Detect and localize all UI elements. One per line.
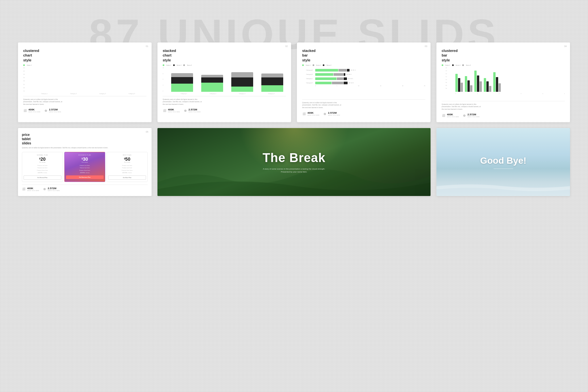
slide-4-number: 04 <box>564 45 567 47</box>
best-plan-button[interactable]: Get Best Plan <box>108 175 146 180</box>
stat-value-2: 2.572M <box>49 108 61 111</box>
business-plan-label: BUSINESS PLAN <box>66 154 104 156</box>
business-plan-button[interactable]: Get Business Plan <box>66 175 104 179</box>
stat-item-2: ◎ 2.572M WRITE TITLE HERE <box>44 108 61 113</box>
normal-plan-label: NORMAL PLAN <box>24 154 61 156</box>
slide-1-number: 01 <box>146 45 148 47</box>
stat-icon-1: ⬜ <box>23 108 27 112</box>
slide-2-chart: 10 8 6 4 2 <box>163 67 286 93</box>
slide-4-desc: Quisentry sem et nullam dui ligula laore… <box>442 103 481 111</box>
break-slide-title: The Break <box>263 151 326 165</box>
best-plan-amount: $50 <box>108 157 146 161</box>
slide-2-cat-labels: Category 1Category 2Category 3Category 4 <box>163 93 286 94</box>
slide-6-break: The Break A story of some scenes in this… <box>157 128 431 196</box>
slide-7-goodbye: Good Bye! <box>436 128 570 196</box>
slide-1-cat-labels: Category 1Category 2Category 3Category 4 <box>23 93 146 94</box>
slide-3-number: 03 <box>425 45 427 47</box>
normal-plan-features: Feature one hereFeature two hereFeature … <box>24 164 61 174</box>
stat-label-1: WRITE TITLE HERE <box>28 111 41 113</box>
business-plan-features: Feature one hereFeature two hereFeature … <box>66 164 104 174</box>
slide-3-chart: Category A 4.2 2.1 1 Category B <box>302 67 425 97</box>
best-plan-features: Feature one hereFeature two hereFeature … <box>108 164 146 174</box>
slide-4-stats: ⬜ 400K WRITE TITLE HERE ◎ 2.572M WRITE T… <box>442 113 565 118</box>
slide-3-stats: ⬜ 400K WRITE TITLE HERE ◎ 2.572M WRITE T… <box>302 111 425 116</box>
price-cards-container: NORMAL PLAN $20 Per month Feature one he… <box>22 152 148 182</box>
price-card-normal: NORMAL PLAN $20 Per month Feature one he… <box>22 152 63 182</box>
slide-3-title: stackedbarstyle <box>302 48 425 62</box>
slide-4-legend: Series 1 Series 2 Series 3 <box>442 64 565 66</box>
normal-plan-amount: $20 <box>24 157 61 161</box>
slide-5-title: pricetabletslides <box>22 133 148 145</box>
goodbye-content: Good Bye! <box>480 155 527 169</box>
slide-1-stats: ⬜ 400K WRITE TITLE HERE ◎ 2.572M WRITE T… <box>23 108 146 113</box>
slide-4-clustered-bar: 04 clusteredbarstyle Series 1 Series 2 S… <box>436 42 570 122</box>
stat-value-1: 400K <box>28 108 41 111</box>
best-plan-label: BEST PLAN <box>108 154 146 156</box>
slide-2-number: 02 <box>285 45 288 47</box>
legend-dot-series2 <box>23 64 25 66</box>
price-card-business: BUSINESS PLAN $30 Per month Feature one … <box>64 152 106 182</box>
stat-icon-2: ◎ <box>44 108 48 112</box>
slide-1-legend: Series 2 <box>23 64 146 66</box>
slide-4-chart: 1.8 1.6 1.4 1.2 1.0 0.8 0.6 0.4 <box>442 67 565 98</box>
slide-2-stacked-chart: 02 stackedchartstyle Series 1 Series 2 S… <box>157 42 291 122</box>
break-slide-subtitle: A story of some scenes in this presentat… <box>261 168 327 173</box>
price-card-best: BEST PLAN $50 Per month Feature one here… <box>106 152 148 182</box>
goodbye-wave-svg <box>436 176 570 196</box>
slide-1-title: clusteredchartstyle <box>23 48 146 62</box>
slide-5-number: 05 <box>146 131 148 133</box>
goodbye-title: Good Bye! <box>480 155 527 166</box>
slide-1-divider <box>23 96 146 96</box>
slide-3-desc: Quisentry sem et nullam dui ligula laore… <box>302 102 341 109</box>
slides-grid: 01 clusteredchartstyle Series 2 5.0 4.5 … <box>0 0 588 216</box>
slide-3-legend: Series 1 Series 2 Series 3 <box>302 64 425 66</box>
stat-label-2: WRITE TITLE HERE <box>49 111 61 113</box>
business-plan-amount: $30 <box>66 157 104 161</box>
slide-1-desc: Quisentry sem et nullam dui ligula laore… <box>23 98 62 106</box>
slide-4-title: clusteredbarstyle <box>442 48 565 62</box>
slide-1-clustered-chart: 01 clusteredchartstyle Series 2 5.0 4.5 … <box>18 42 152 122</box>
slide-3-stacked-bar: 03 stackedbarstyle Series 1 Series 2 Ser… <box>297 42 431 122</box>
slide-2-stats: ⬜ 400K WRITE TITLE HERE ◎ 2.572M WRITE T… <box>163 108 286 113</box>
normal-plan-period: Per month <box>24 161 61 163</box>
slide-5-stats: ⬜ 400K WRITE TITLE HERE ◎ 2.572M WRITE T… <box>22 187 148 191</box>
slide-2-title: stackedchartstyle <box>163 48 286 62</box>
slide-2-legend: Series 1 Series 2 Series 3 <box>163 64 286 66</box>
normal-plan-button[interactable]: Get Normal Plan <box>24 175 61 180</box>
best-plan-period: Per month <box>108 161 146 163</box>
business-plan-period: Per month <box>66 161 104 163</box>
slide-5-desc: Quisentry sem et nullam dui ligula laore… <box>22 147 148 149</box>
goodbye-divider <box>494 169 513 169</box>
slide-5-price: 05 pricetabletslides Quisentry sem et nu… <box>18 128 152 196</box>
slide-1-chart: 5.0 4.5 4.0 3.5 3.0 2.5 2.0 1.5 <box>23 67 146 93</box>
stat-item-1: ⬜ 400K WRITE TITLE HERE <box>23 108 41 113</box>
legend-label-series2: Series 2 <box>27 64 32 66</box>
break-content: The Break A story of some scenes in this… <box>157 128 431 196</box>
slide-2-desc: Quisentry sem et nullam dui ligula laore… <box>163 98 202 106</box>
